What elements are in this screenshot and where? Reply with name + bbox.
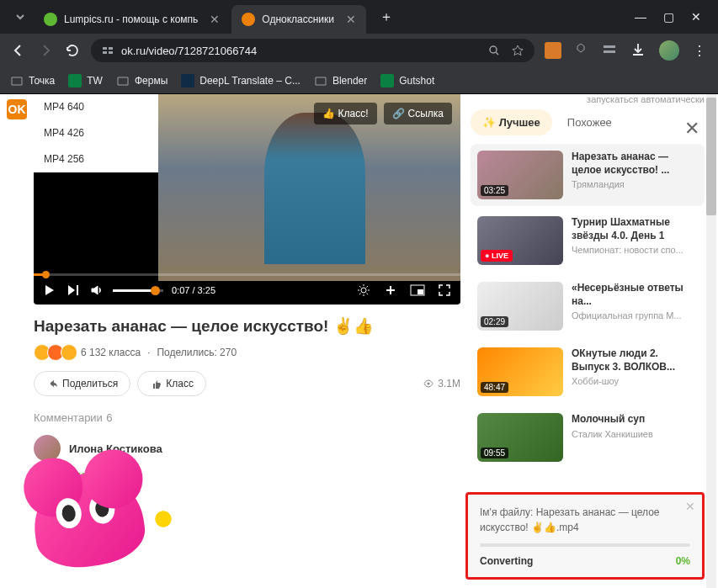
video-card-author: Сталик Ханкишиев <box>572 429 698 439</box>
svg-rect-1 <box>109 47 113 50</box>
scrollbar[interactable] <box>706 94 716 588</box>
views-count: 3.1M <box>423 378 460 389</box>
svg-rect-9 <box>418 289 423 294</box>
reaction-icon[interactable] <box>61 344 77 361</box>
reactions-row: 6 132 класса · Поделились: 270 <box>34 344 460 361</box>
video-card[interactable]: 03:25Нарезать ананас — целое искусство! … <box>471 144 705 206</box>
navbar: ok.ru/video/7128721066744 ⋮ <box>0 34 718 67</box>
klass-count: 6 132 класса <box>81 347 141 358</box>
extension-icon[interactable] <box>573 42 590 59</box>
shares-count: Поделились: 270 <box>157 347 237 358</box>
svg-rect-5 <box>604 45 615 48</box>
settings-icon[interactable] <box>356 283 371 298</box>
volume-slider[interactable] <box>113 289 163 292</box>
bookmark-item[interactable]: TW <box>68 74 103 87</box>
download-progress <box>480 543 690 547</box>
scrollbar-thumb[interactable] <box>706 98 716 215</box>
video-thumbnail: ● LIVE <box>477 216 563 265</box>
video-player[interactable]: MP4 640 MP4 426 MP4 256 👍 Класс! 🔗 Ссылк… <box>34 94 460 305</box>
video-card-title: Молочный суп <box>572 413 698 426</box>
browser-tab[interactable]: Lumpics.ru - помощь с компь ✕ <box>34 5 230 34</box>
bookmark-item[interactable]: Blender <box>314 74 367 87</box>
share-button[interactable]: Поделиться <box>34 371 130 396</box>
tab-similar[interactable]: Похожее <box>556 109 624 135</box>
browser-tab-active[interactable]: Одноклассники ✕ <box>231 5 366 34</box>
back-button[interactable] <box>10 42 27 59</box>
svg-point-4 <box>490 46 497 53</box>
comments-heading: Комментарии 6 <box>34 410 460 425</box>
video-card[interactable]: 48:47ОКнутые люди 2. Выпуск 3. ВОЛКОВ...… <box>471 341 705 403</box>
video-card[interactable]: ● LIVEТурнир Шахматные звёзды 4.0. День … <box>471 209 705 272</box>
download-icon[interactable] <box>630 42 647 59</box>
live-badge: ● LIVE <box>481 250 513 262</box>
close-icon[interactable]: ✕ <box>685 500 695 513</box>
klass-button[interactable]: Класс <box>137 371 206 396</box>
profile-avatar[interactable] <box>659 40 679 61</box>
video-card-title: «Несерьёзные ответы на... <box>572 282 698 308</box>
svg-rect-6 <box>604 50 615 53</box>
quality-option[interactable]: MP4 640 <box>34 94 158 120</box>
close-window-button[interactable]: ✕ <box>691 10 701 24</box>
sticker: ХОРОШЕГО ДНЯ <box>34 474 185 566</box>
close-icon[interactable]: ✕ <box>346 13 356 26</box>
extensions: ⋮ <box>545 40 708 61</box>
url-text: ok.ru/video/7128721066744 <box>121 45 257 57</box>
close-panel-icon[interactable]: ✕ <box>684 118 699 140</box>
url-bar[interactable]: ok.ru/video/7128721066744 <box>91 39 535 62</box>
video-card-author: Трямландия <box>572 179 698 189</box>
close-icon[interactable]: ✕ <box>210 13 220 26</box>
bookmark-item[interactable]: DeepL Translate – С... <box>181 74 300 87</box>
extension-icon[interactable] <box>545 42 561 59</box>
svg-rect-0 <box>103 47 107 50</box>
download-filename: Ім'я файлу: Нарезать ананас — целое иску… <box>480 505 690 535</box>
svg-rect-2 <box>103 51 107 54</box>
menu-button[interactable]: ⋮ <box>691 42 708 59</box>
bookmarks-bar: Точка TW Фермы DeepL Translate – С... Bl… <box>0 67 718 94</box>
video-card[interactable]: 02:29«Несерьёзные ответы на...Официальна… <box>471 275 705 337</box>
minimize-button[interactable]: — <box>635 10 646 24</box>
download-percent: 0% <box>676 555 690 567</box>
video-card[interactable]: 09:55Молочный супСталик Ханкишиев <box>471 406 705 469</box>
quality-option[interactable]: MP4 256 <box>34 146 158 172</box>
video-thumbnail: 03:25 <box>477 151 563 199</box>
bookmark-icon[interactable] <box>511 44 524 57</box>
video-card-author: Чемпионат: новости спо... <box>572 245 698 255</box>
titlebar: Lumpics.ru - помощь с компь ✕ Одноклассн… <box>0 0 718 34</box>
quality-menu: MP4 640 MP4 426 MP4 256 <box>34 94 158 172</box>
video-title: Нарезать ананас — целое искусство! ✌️👍 <box>34 316 460 336</box>
pip-icon[interactable] <box>410 283 425 298</box>
new-tab-button[interactable]: ＋ <box>375 5 398 29</box>
chevron-down-icon[interactable] <box>13 10 27 24</box>
search-icon[interactable] <box>487 44 501 57</box>
link-button[interactable]: 🔗 Ссылка <box>384 103 452 124</box>
forward-button[interactable] <box>37 42 54 59</box>
tab-title: Одноклассники <box>262 13 334 25</box>
duration-badge: 02:29 <box>481 316 508 327</box>
volume-icon[interactable] <box>89 283 104 298</box>
download-widget: ✕ Ім'я файлу: Нарезать ананас — целое ис… <box>465 492 705 580</box>
ok-sidebar: OK <box>0 94 34 588</box>
site-settings-icon[interactable] <box>101 44 114 57</box>
fullscreen-icon[interactable] <box>437 283 452 298</box>
video-thumbnail: 48:47 <box>477 347 563 396</box>
reload-button[interactable] <box>64 42 81 59</box>
tab-best[interactable]: ✨ Лучшее <box>471 109 552 135</box>
video-card-title: Турнир Шахматные звёзды 4.0. День 1 <box>572 216 698 242</box>
maximize-button[interactable]: ▢ <box>663 10 674 24</box>
duration-badge: 09:55 <box>481 448 508 458</box>
video-card-author: Официальная группа М... <box>572 310 698 320</box>
bookmark-item[interactable]: Gutshot <box>380 74 434 87</box>
next-button[interactable] <box>66 283 81 298</box>
ok-logo[interactable]: OK <box>7 99 27 119</box>
klass-button[interactable]: 👍 Класс! <box>314 103 377 124</box>
video-thumbnail: 02:29 <box>477 282 563 331</box>
bookmark-item[interactable]: Фермы <box>116 74 168 87</box>
add-icon[interactable] <box>383 283 398 298</box>
play-button[interactable] <box>42 283 57 298</box>
svg-point-10 <box>428 383 430 385</box>
bookmark-item[interactable]: Точка <box>10 74 55 87</box>
tab-favicon <box>242 13 255 26</box>
video-card-title: Нарезать ананас — целое искусство! ... <box>572 151 698 177</box>
quality-option[interactable]: MP4 426 <box>34 120 158 146</box>
extension-icon[interactable] <box>602 42 619 59</box>
